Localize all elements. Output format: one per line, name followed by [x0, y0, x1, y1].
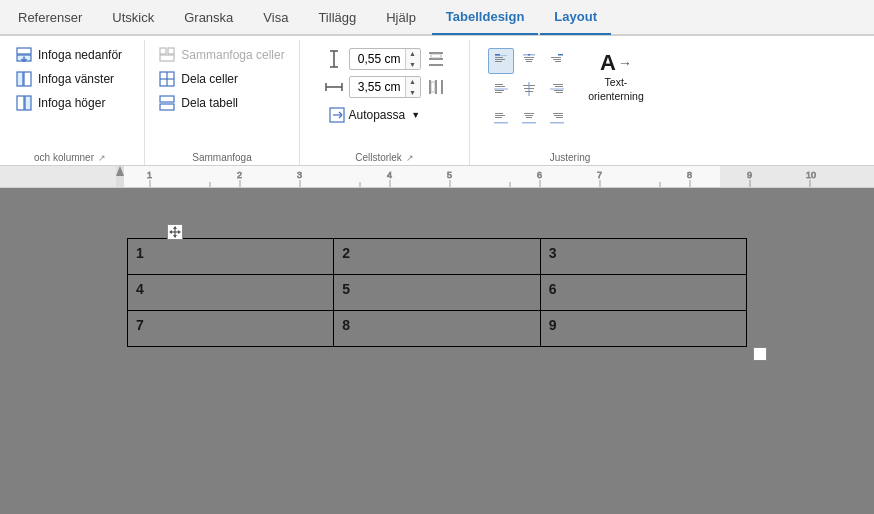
autopassa-button[interactable]: Autopassa ▼ — [323, 104, 427, 126]
svg-rect-66 — [494, 122, 508, 124]
table-cell-2-3[interactable]: 6 — [540, 275, 746, 311]
table-cell-1-3[interactable]: 3 — [540, 239, 746, 275]
infoga-nedanfor-button[interactable]: Infoga nedanför — [10, 44, 130, 66]
dela-celler-label: Dela celler — [181, 72, 238, 86]
cellstorlek-expand-icon[interactable]: ↗ — [406, 153, 414, 163]
svg-rect-39 — [495, 61, 502, 62]
sammanfoga-buttons: Sammanfoga celler Dela celler — [153, 44, 290, 114]
cell-height-row: ▲ ▼ — [323, 48, 447, 70]
cell-height-down[interactable]: ▼ — [406, 59, 420, 70]
sammanfoga-group-label: Sammanfoga — [153, 149, 291, 165]
ribbon-group-sammanfoga: Sammanfoga celler Dela celler — [145, 40, 300, 165]
svg-rect-38 — [495, 59, 505, 60]
ribbon-group-justering: A → Text-orienterning Justering — [470, 40, 670, 165]
tab-hjalp[interactable]: Hjälp — [372, 0, 430, 35]
cell-height-value[interactable] — [350, 50, 405, 68]
cellstorlek-group-label: Cellstorlek ↗ — [308, 149, 461, 165]
svg-rect-58 — [550, 88, 564, 90]
sammanfoga-celler-button: Sammanfoga celler — [153, 44, 290, 66]
table-move-handle[interactable] — [167, 224, 183, 240]
svg-rect-45 — [558, 54, 563, 56]
tab-tabelldesign[interactable]: Tabelldesign — [432, 0, 539, 35]
tab-granska[interactable]: Granska — [170, 0, 247, 35]
svg-rect-10 — [168, 48, 174, 54]
align-bottom-center[interactable] — [516, 104, 542, 130]
table-cell-3-2[interactable]: 8 — [334, 311, 540, 347]
ruler: 1 2 3 4 5 6 7 8 9 10 — [0, 166, 874, 188]
tab-bar: Referenser Utskick Granska Visa Tillägg … — [0, 0, 874, 36]
cell-width-up[interactable]: ▲ — [406, 76, 420, 87]
alignment-grid — [488, 48, 570, 130]
svg-text:1: 1 — [147, 170, 152, 180]
svg-rect-70 — [522, 122, 536, 124]
align-middle-left[interactable] — [488, 76, 514, 102]
align-top-right[interactable] — [544, 48, 570, 74]
tab-visa[interactable]: Visa — [249, 0, 302, 35]
infoga-vanster-button[interactable]: Infoga vänster — [10, 68, 130, 90]
svg-rect-0 — [17, 48, 31, 54]
svg-rect-30 — [431, 82, 435, 92]
tab-tillagg[interactable]: Tillägg — [304, 0, 370, 35]
cell-height-input[interactable]: ▲ ▼ — [349, 48, 421, 70]
rader-kolumner-content: Infoga nedanför Infoga vänster — [10, 44, 130, 149]
text-orient-button[interactable]: A → Text-orienterning — [580, 48, 651, 107]
align-middle-center[interactable] — [516, 76, 542, 102]
svg-rect-62 — [556, 92, 563, 93]
tab-utskick[interactable]: Utskick — [98, 0, 168, 35]
dela-celler-button[interactable]: Dela celler — [153, 68, 290, 90]
cell-width-value[interactable] — [350, 78, 405, 96]
table-cell-1-2[interactable]: 2 — [334, 239, 540, 275]
split-cells-icon — [159, 71, 175, 87]
cell-width-down[interactable]: ▼ — [406, 87, 420, 98]
cell-width-input[interactable]: ▲ ▼ — [349, 76, 421, 98]
table-cell-2-1[interactable]: 4 — [128, 275, 334, 311]
table-cell-1-1[interactable]: 1 — [128, 239, 334, 275]
svg-rect-53 — [495, 92, 502, 93]
svg-rect-52 — [495, 90, 504, 91]
svg-rect-9 — [160, 48, 166, 54]
svg-rect-74 — [550, 122, 564, 124]
distribute-cols-icon[interactable] — [425, 76, 447, 98]
svg-rect-8 — [25, 96, 31, 110]
insert-right-icon — [16, 95, 32, 111]
svg-rect-46 — [551, 57, 561, 58]
table-cell-2-2[interactable]: 5 — [334, 275, 540, 311]
page-container: 1 2 3 4 5 6 7 8 9 — [127, 218, 747, 347]
cell-height-up[interactable]: ▲ — [406, 48, 420, 59]
ribbon-group-rader-kolumner: Infoga nedanför Infoga vänster — [0, 40, 145, 165]
dela-tabell-button[interactable]: Dela tabell — [153, 92, 290, 114]
table-resize-handle[interactable] — [753, 347, 767, 361]
infoga-hoger-button[interactable]: Infoga höger — [10, 92, 130, 114]
svg-rect-11 — [160, 55, 174, 61]
cellstorlek-content: ▲ ▼ — [323, 44, 447, 149]
justering-content: A → Text-orienterning — [488, 44, 651, 149]
svg-text:8: 8 — [687, 170, 692, 180]
sammanfoga-celler-label: Sammanfoga celler — [181, 48, 284, 62]
svg-rect-65 — [495, 117, 502, 118]
svg-rect-51 — [495, 86, 505, 87]
autopassa-dropdown-icon[interactable]: ▼ — [411, 110, 420, 120]
svg-text:6: 6 — [537, 170, 542, 180]
svg-rect-6 — [24, 72, 31, 86]
distribute-rows-icon[interactable] — [425, 48, 447, 70]
tab-layout[interactable]: Layout — [540, 0, 611, 35]
rader-kolumner-expand-icon[interactable]: ↗ — [98, 153, 106, 163]
table-row: 1 2 3 — [128, 239, 747, 275]
align-top-left[interactable] — [488, 48, 514, 74]
svg-rect-55 — [523, 85, 535, 86]
table-cell-3-1[interactable]: 7 — [128, 311, 334, 347]
svg-rect-5 — [17, 72, 23, 86]
align-bottom-left[interactable] — [488, 104, 514, 130]
svg-marker-109 — [178, 230, 181, 234]
table-cell-3-3[interactable]: 9 — [540, 311, 746, 347]
svg-text:9: 9 — [747, 170, 752, 180]
align-bottom-right[interactable] — [544, 104, 570, 130]
svg-rect-64 — [495, 115, 505, 116]
insert-left-icon — [16, 71, 32, 87]
svg-rect-59 — [553, 84, 563, 85]
tab-referenser[interactable]: Referenser — [4, 0, 96, 35]
svg-rect-36 — [495, 55, 507, 56]
rader-kolumner-buttons: Infoga nedanför Infoga vänster — [10, 44, 130, 114]
align-top-center[interactable] — [516, 48, 542, 74]
align-middle-right[interactable] — [544, 76, 570, 102]
